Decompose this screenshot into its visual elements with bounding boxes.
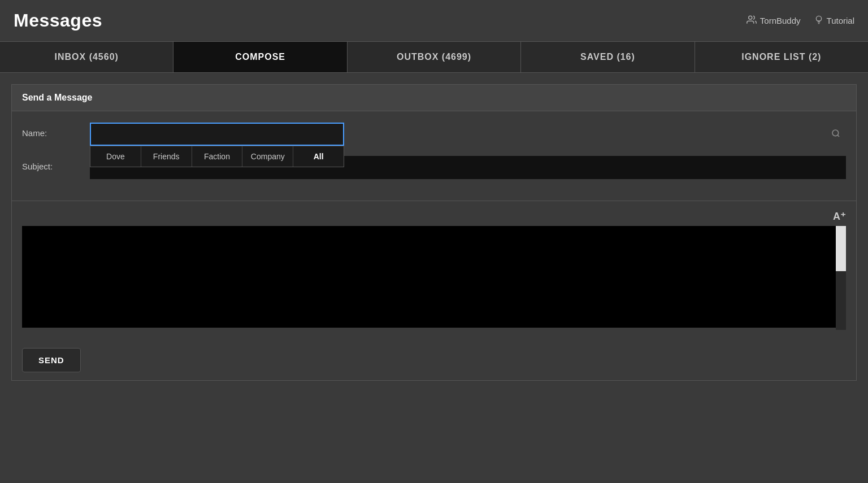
lightbulb-icon: [814, 15, 823, 26]
panel-header: Send a Message: [12, 85, 856, 111]
tornbuddy-button[interactable]: TornBuddy: [747, 15, 801, 27]
name-input[interactable]: [90, 123, 344, 146]
send-message-panel: Send a Message Name:: [11, 84, 857, 381]
header-actions: TornBuddy Tutorial: [747, 15, 854, 27]
svg-point-1: [832, 130, 839, 136]
tornbuddy-label: TornBuddy: [760, 16, 801, 25]
svg-point-0: [749, 16, 752, 19]
search-icon-button[interactable]: [831, 129, 840, 140]
subject-label: Subject:: [22, 156, 90, 171]
tab-inbox[interactable]: INBOX (4560): [0, 42, 173, 72]
panel-title: Send a Message: [22, 93, 93, 102]
tab-ignorelist[interactable]: IGNORE LIST (2): [695, 42, 868, 72]
tab-saved[interactable]: SAVED (16): [521, 42, 695, 72]
send-button[interactable]: SEND: [22, 348, 81, 372]
main-content: Send a Message Name:: [0, 73, 868, 392]
header: Messages TornBuddy Tutorial: [0, 0, 868, 41]
name-dropdown: Dove Friends Faction Company All: [90, 146, 344, 167]
svg-line-2: [837, 135, 839, 137]
message-textarea-wrapper: [22, 226, 846, 330]
send-section: SEND: [12, 340, 856, 380]
form-area: Name: Dove Friends: [12, 111, 856, 201]
message-section: A⁺: [12, 201, 856, 340]
tab-outbox[interactable]: OUTBOX (4699): [348, 42, 521, 72]
tutorial-button[interactable]: Tutorial: [814, 15, 854, 26]
dropdown-option-friends[interactable]: Friends: [141, 146, 192, 167]
name-input-wrapper: Dove Friends Faction Company All: [90, 123, 846, 146]
users-icon: [747, 15, 757, 27]
tutorial-label: Tutorial: [827, 16, 854, 25]
name-row: Name: Dove Friends: [22, 123, 846, 146]
scrollbar-thumb[interactable]: [836, 226, 846, 271]
tab-compose[interactable]: COMPOSE: [173, 42, 347, 72]
scrollbar-track[interactable]: [836, 226, 846, 330]
font-size-icon[interactable]: A⁺: [833, 210, 846, 223]
dropdown-option-company[interactable]: Company: [242, 146, 293, 167]
message-toolbar: A⁺: [22, 207, 846, 226]
page-title: Messages: [14, 10, 102, 31]
name-input-container: [90, 123, 846, 146]
name-label: Name:: [22, 123, 90, 138]
message-textarea[interactable]: [22, 226, 846, 328]
dropdown-option-faction[interactable]: Faction: [192, 146, 243, 167]
dropdown-option-dove[interactable]: Dove: [90, 146, 141, 167]
tabs-bar: INBOX (4560) COMPOSE OUTBOX (4699) SAVED…: [0, 41, 868, 73]
dropdown-option-all[interactable]: All: [293, 146, 344, 167]
